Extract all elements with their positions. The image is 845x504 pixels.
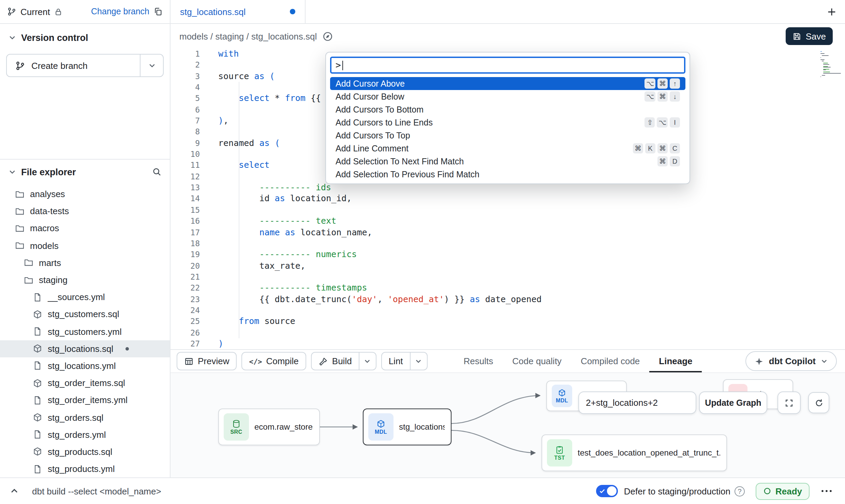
file-label: __sources.yml <box>48 292 105 302</box>
line-number: 19 <box>171 249 200 260</box>
fullscreen-button[interactable] <box>777 391 801 414</box>
tab-lineage[interactable]: Lineage <box>649 350 702 372</box>
file-item[interactable]: staging <box>0 271 170 288</box>
file-item[interactable]: stg_customers.sql <box>0 306 170 323</box>
change-branch-link[interactable]: Change branch <box>91 7 149 16</box>
file-item[interactable]: marts <box>0 254 170 271</box>
overflow-menu-button[interactable] <box>818 484 835 498</box>
lineage-selector-input[interactable]: 2+stg_locations+2 <box>578 391 696 414</box>
file-item[interactable]: stg_products.sql <box>0 443 170 460</box>
compile-button[interactable]: </> Compile <box>242 352 306 370</box>
code-line[interactable]: 20 tax_rate, <box>171 260 845 271</box>
new-tab-button[interactable] <box>827 6 837 17</box>
palette-item[interactable]: Add Cursor Below⌥⌘↓ <box>330 90 685 103</box>
lock-icon <box>54 7 63 16</box>
command-palette-input[interactable]: > <box>330 57 685 74</box>
version-control-header[interactable]: Version control <box>0 29 170 46</box>
code-line[interactable]: 25 from source <box>171 316 845 327</box>
palette-item[interactable]: Add Cursors to Line Ends⇧⌥I <box>330 116 685 129</box>
create-branch-main[interactable]: Create branch <box>7 55 140 76</box>
file-item[interactable]: stg_orders.yml <box>0 426 170 443</box>
file-item[interactable]: stg_locations.sql <box>0 340 170 357</box>
git-branch-icon <box>15 60 25 71</box>
keycap: ⌥ <box>645 91 655 102</box>
palette-item[interactable]: Add Line Comment⌘K⌘C <box>330 142 685 155</box>
file-label: analyses <box>30 189 65 199</box>
file-label: stg_order_items.yml <box>48 395 128 405</box>
file-item[interactable]: stg_customers.yml <box>0 323 170 340</box>
file-item[interactable]: macros <box>0 220 170 237</box>
chevron-down-icon <box>415 357 422 365</box>
test-node-icon: TST <box>547 439 572 466</box>
status-badge[interactable]: Ready <box>756 483 810 500</box>
help-icon[interactable]: ? <box>735 486 745 496</box>
minimap[interactable] <box>820 51 840 78</box>
file-item[interactable]: data-tests <box>0 203 170 220</box>
code-line[interactable]: 22 ---------- timestamps <box>171 282 845 294</box>
code-line[interactable]: 14 id as location_id, <box>171 193 845 205</box>
sidebar: Current Change branch Version control Cr… <box>0 0 171 477</box>
palette-item-label: Add Selection To Previous Find Match <box>336 169 479 179</box>
line-number: 17 <box>171 227 200 238</box>
tab-stg-locations-sql[interactable]: stg_locations.sql <box>171 0 306 23</box>
update-graph-button[interactable]: Update Graph <box>699 391 767 414</box>
palette-item[interactable]: Add Selection To Previous Find Match <box>330 168 685 181</box>
defer-toggle[interactable] <box>596 485 618 497</box>
preview-button[interactable]: Preview <box>177 352 237 370</box>
file-tree: analysesdata-testsmacrosmodelsmartsstagi… <box>0 186 170 477</box>
tab-results[interactable]: Results <box>454 350 503 372</box>
file-item[interactable]: stg_orders.sql <box>0 409 170 426</box>
code-line[interactable]: 24 <box>171 305 845 316</box>
code-line[interactable]: 18 <box>171 238 845 249</box>
code-line[interactable]: 19 ---------- numerics <box>171 249 845 260</box>
create-branch-label: Create branch <box>31 60 88 71</box>
file-item[interactable]: stg_products.yml <box>0 460 170 477</box>
lint-caret-button[interactable] <box>411 352 428 370</box>
code-line[interactable]: 15 <box>171 205 845 216</box>
compass-icon[interactable] <box>322 31 332 41</box>
build-button[interactable]: Build <box>311 352 359 370</box>
palette-item[interactable]: Add Cursor Above⌥⌘↑ <box>330 77 685 90</box>
file-item[interactable]: analyses <box>0 186 170 203</box>
code-line[interactable]: 27) <box>171 338 845 349</box>
create-branch-button[interactable]: Create branch <box>6 54 164 77</box>
file-item[interactable]: models <box>0 237 170 254</box>
create-branch-caret[interactable] <box>140 55 163 76</box>
minimap-bar <box>822 75 826 75</box>
file-item[interactable]: stg_locations.yml <box>0 357 170 374</box>
ellipsis-icon <box>820 486 833 496</box>
search-icon[interactable] <box>152 167 162 177</box>
build-caret-button[interactable] <box>359 352 376 370</box>
palette-item[interactable]: Add Cursors To Bottom <box>330 103 685 116</box>
code-line[interactable]: 16 ---------- text <box>171 216 845 227</box>
palette-item[interactable]: Add Cursors To Top <box>330 129 685 142</box>
dbt-copilot-button[interactable]: dbt Copilot <box>746 351 837 371</box>
save-button[interactable]: Save <box>786 27 833 45</box>
lint-button[interactable]: Lint <box>381 352 411 370</box>
tab-compiled-code[interactable]: Compiled code <box>571 350 649 372</box>
folder-icon <box>24 275 33 285</box>
tab-code-quality[interactable]: Code quality <box>503 350 571 372</box>
line-number: 6 <box>171 104 200 115</box>
code-line[interactable]: 21 <box>171 271 845 283</box>
line-number: 26 <box>171 327 200 338</box>
lineage-node-source[interactable]: SRC ecom.raw_stores <box>218 409 320 445</box>
file-explorer-header[interactable]: File explorer <box>0 164 170 180</box>
copy-icon[interactable] <box>153 7 163 16</box>
yml-file-icon <box>33 464 42 474</box>
node-badge: SRC <box>231 429 242 435</box>
code-line[interactable]: 17 name as location_name, <box>171 227 845 238</box>
lineage-node-stg-locations[interactable]: MDL stg_locations <box>363 409 451 445</box>
lineage-node-test[interactable]: TST test_does_location_opened_at_trunc_t… <box>542 434 727 471</box>
code-line[interactable]: 26 <box>171 327 845 338</box>
code-text: select * from {{ sou <box>218 93 341 104</box>
expand-panel-button[interactable] <box>10 486 19 496</box>
shortcut-keys: ⌘D <box>655 156 680 166</box>
code-line[interactable]: 23 {{ dbt.date_trunc('day', 'opened_at')… <box>171 294 845 305</box>
file-item[interactable]: __sources.yml <box>0 288 170 306</box>
file-item[interactable]: stg_order_items.sql <box>0 374 170 391</box>
refresh-button[interactable] <box>808 392 829 413</box>
palette-item[interactable]: Add Selection To Next Find Match⌘D <box>330 155 685 168</box>
text-caret <box>342 60 343 70</box>
file-item[interactable]: stg_order_items.yml <box>0 392 170 409</box>
